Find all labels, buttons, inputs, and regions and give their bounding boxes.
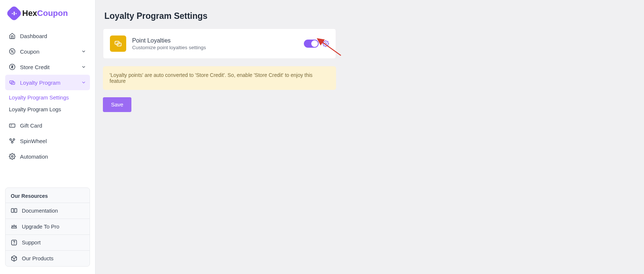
loyalty-icon <box>9 79 16 86</box>
sidebar-item-label: Automation <box>20 153 48 160</box>
book-icon <box>11 207 17 214</box>
home-icon <box>9 33 16 39</box>
point-loyalties-icon <box>110 35 126 52</box>
sidebar: HexCoupon Dashboard Coupon <box>0 0 95 274</box>
svg-point-11 <box>11 156 13 158</box>
sidebar-item-loyalty-program[interactable]: Loyalty Program <box>5 75 90 90</box>
sidebar-item-label: Gift Card <box>20 122 42 129</box>
toggle-knob <box>311 40 318 47</box>
chevron-down-icon <box>81 64 86 70</box>
resource-label: Support <box>22 240 41 246</box>
sidebar-item-label: Coupon <box>20 48 40 55</box>
gift-card-icon <box>9 122 16 129</box>
sidebar-subitem-loyalty-settings[interactable]: Loyalty Program Settings <box>5 92 90 104</box>
package-icon <box>11 255 17 262</box>
sidebar-item-dashboard[interactable]: Dashboard <box>5 28 90 44</box>
brand-logo[interactable]: HexCoupon <box>5 5 90 24</box>
sidebar-item-gift-card[interactable]: Gift Card <box>5 118 90 133</box>
save-button[interactable]: Save <box>103 97 131 112</box>
card-description: Customize point loyalties settings <box>132 45 298 50</box>
resource-support[interactable]: Support <box>6 234 90 250</box>
sidebar-item-label: Store Credit <box>20 64 50 70</box>
sidebar-item-label: Loyalty Program <box>20 80 60 86</box>
resource-label: Documentation <box>22 208 58 214</box>
svg-point-2 <box>11 50 12 51</box>
resource-upgrade[interactable]: Upgrade To Pro <box>6 219 90 234</box>
resource-label: Upgrade To Pro <box>22 224 59 230</box>
point-loyalties-settings-icon[interactable] <box>322 40 329 47</box>
resources-panel: Our Resources Documentation Upgrade To P… <box>5 187 90 267</box>
svg-point-13 <box>14 244 14 244</box>
sidebar-item-coupon[interactable]: Coupon <box>5 44 90 59</box>
resource-products[interactable]: Our Products <box>6 250 90 266</box>
page-title: Loyalty Program Settings <box>104 11 637 21</box>
sidebar-nav: Dashboard Coupon Store Credit <box>5 28 90 164</box>
help-icon <box>11 239 17 246</box>
sidebar-item-label: Dashboard <box>20 33 47 39</box>
resources-title: Our Resources <box>6 188 90 203</box>
brand-logo-text: HexCoupon <box>22 9 68 18</box>
sidebar-subnav-loyalty: Loyalty Program Settings Loyalty Program… <box>5 92 90 115</box>
chevron-down-icon <box>81 80 86 85</box>
resource-documentation[interactable]: Documentation <box>6 203 90 219</box>
point-loyalties-card: Point Loyalties Customize point loyaltie… <box>103 28 336 59</box>
resource-label: Our Products <box>22 256 53 261</box>
dollar-icon <box>9 64 16 70</box>
sidebar-item-spinwheel[interactable]: SpinWheel <box>5 133 90 149</box>
spinwheel-icon <box>9 138 16 144</box>
sidebar-item-label: SpinWheel <box>20 138 47 144</box>
chevron-down-icon <box>81 49 86 54</box>
percent-icon <box>9 48 16 55</box>
sidebar-subitem-loyalty-logs[interactable]: Loyalty Program Logs <box>5 104 90 115</box>
svg-point-16 <box>325 43 327 45</box>
card-title: Point Loyalties <box>132 37 298 44</box>
sidebar-item-store-credit[interactable]: Store Credit <box>5 59 90 75</box>
sidebar-item-automation[interactable]: Automation <box>5 149 90 164</box>
crown-icon <box>11 223 17 230</box>
brand-logo-icon <box>6 5 22 21</box>
svg-point-3 <box>13 52 14 53</box>
info-alert: 'Loyalty points' are auto converted to '… <box>103 66 336 90</box>
svg-rect-7 <box>10 124 15 127</box>
main-content: Loyalty Program Settings Point Loyalties… <box>95 0 644 274</box>
point-loyalties-toggle[interactable] <box>304 40 319 48</box>
gear-icon <box>9 153 16 160</box>
